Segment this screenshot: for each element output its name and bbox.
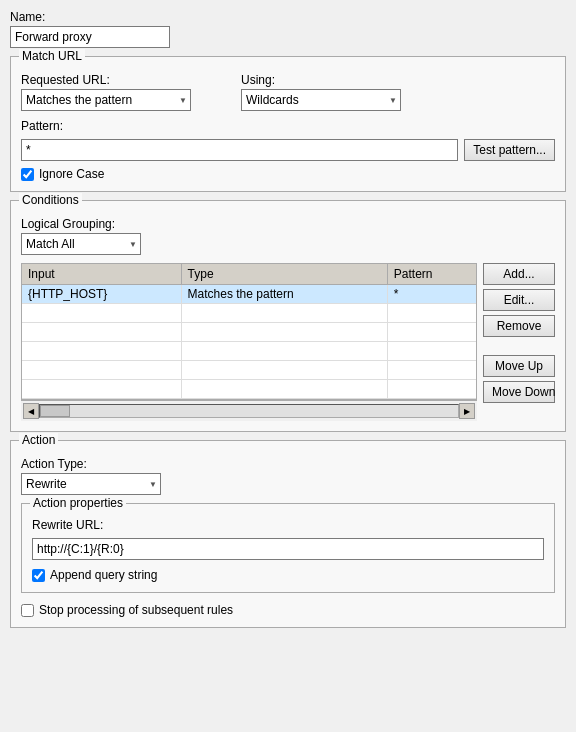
conditions-table-area: Input Type Pattern {HTTP_HOST} Matches t… (21, 263, 555, 421)
action-properties-box: Action properties Rewrite URL: Append qu… (21, 503, 555, 593)
conditions-table-wrap: Input Type Pattern {HTTP_HOST} Matches t… (21, 263, 477, 400)
append-query-string-row: Append query string (32, 568, 544, 582)
action-type-select-wrap: Rewrite (21, 473, 161, 495)
conditions-buttons: Add... Edit... Remove Move Up Move Down (483, 263, 555, 421)
name-label: Name: (10, 10, 566, 24)
scrollbar-track[interactable] (39, 404, 459, 418)
requested-url-select-wrap: Matches the pattern (21, 89, 191, 111)
match-url-section: Match URL Requested URL: Matches the pat… (10, 56, 566, 192)
rewrite-url-input[interactable] (32, 538, 544, 560)
using-select[interactable]: Wildcards (241, 89, 401, 111)
append-query-string-checkbox[interactable] (32, 569, 45, 582)
ignore-case-checkbox[interactable] (21, 168, 34, 181)
action-type-select[interactable]: Rewrite (21, 473, 161, 495)
add-button[interactable]: Add... (483, 263, 555, 285)
table-row[interactable] (22, 342, 476, 361)
conditions-section: Conditions Logical Grouping: Match All I… (10, 200, 566, 432)
table-row[interactable] (22, 380, 476, 399)
test-pattern-button[interactable]: Test pattern... (464, 139, 555, 161)
pattern-label: Pattern: (21, 119, 555, 133)
action-section: Action Action Type: Rewrite Action prope… (10, 440, 566, 628)
table-scrollbar: ◀ ▶ (21, 400, 477, 421)
pattern-row: Test pattern... (21, 139, 555, 161)
action-properties-title: Action properties (30, 496, 126, 510)
table-row[interactable] (22, 361, 476, 380)
cell-pattern: * (387, 285, 476, 304)
action-title: Action (19, 433, 58, 447)
col-type: Type (181, 264, 387, 285)
cell-type: Matches the pattern (181, 285, 387, 304)
logical-grouping-select-wrap: Match All (21, 233, 141, 255)
action-type-label: Action Type: (21, 457, 555, 471)
ignore-case-label: Ignore Case (39, 167, 104, 181)
stop-processing-checkbox[interactable] (21, 604, 34, 617)
table-row[interactable] (22, 323, 476, 342)
match-url-title: Match URL (19, 49, 85, 63)
logical-grouping-select[interactable]: Match All (21, 233, 141, 255)
move-up-button[interactable]: Move Up (483, 355, 555, 377)
name-section: Name: (10, 10, 566, 48)
table-row[interactable] (22, 304, 476, 323)
col-input: Input (22, 264, 181, 285)
requested-url-label: Requested URL: (21, 73, 191, 87)
conditions-table: Input Type Pattern {HTTP_HOST} Matches t… (22, 264, 476, 399)
col-pattern: Pattern (387, 264, 476, 285)
ignore-case-row: Ignore Case (21, 167, 555, 181)
conditions-title: Conditions (19, 193, 82, 207)
edit-button[interactable]: Edit... (483, 289, 555, 311)
table-row[interactable]: {HTTP_HOST} Matches the pattern * (22, 285, 476, 304)
logical-grouping-label: Logical Grouping: (21, 217, 555, 231)
scrollbar-thumb (40, 405, 70, 417)
requested-url-select[interactable]: Matches the pattern (21, 89, 191, 111)
append-query-string-label: Append query string (50, 568, 157, 582)
stop-processing-label: Stop processing of subsequent rules (39, 603, 233, 617)
using-label: Using: (241, 73, 401, 87)
scroll-right-arrow[interactable]: ▶ (459, 403, 475, 419)
move-down-button[interactable]: Move Down (483, 381, 555, 403)
pattern-input[interactable] (21, 139, 458, 161)
rewrite-url-label: Rewrite URL: (32, 518, 544, 532)
scroll-left-arrow[interactable]: ◀ (23, 403, 39, 419)
name-input[interactable] (10, 26, 170, 48)
stop-processing-row: Stop processing of subsequent rules (21, 603, 555, 617)
cell-input: {HTTP_HOST} (22, 285, 181, 304)
using-select-wrap: Wildcards (241, 89, 401, 111)
remove-button[interactable]: Remove (483, 315, 555, 337)
